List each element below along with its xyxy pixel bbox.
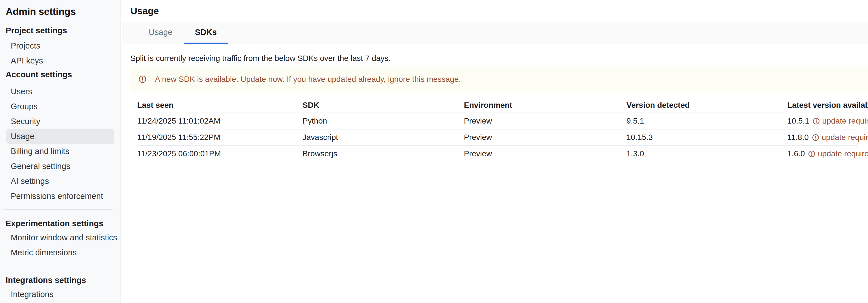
sdk-value: Python — [303, 117, 464, 125]
sidebar-item-users[interactable]: Users — [6, 84, 114, 99]
table-header-row: Last seen SDK Environment Version detect… — [137, 98, 858, 113]
alert-circle-icon — [138, 75, 147, 83]
version-detected-value: 1.3.0 — [626, 149, 787, 158]
sidebar-item-security[interactable]: Security — [6, 114, 114, 129]
update-required-label: update required — [822, 133, 868, 142]
sidebar-item-integrations[interactable]: Integrations — [6, 287, 114, 302]
section-integrations-settings: Integrations settings — [6, 275, 115, 285]
sdk-table: Last seen SDK Environment Version detect… — [137, 98, 858, 162]
sdk-value: Javascript — [303, 133, 464, 142]
section-experimentation-settings: Experimentation settings — [6, 218, 115, 229]
latest-version-value: 11.8.0 — [787, 133, 809, 142]
sidebar-title: Admin settings — [6, 5, 115, 18]
sidebar-item-general-settings[interactable]: General settings — [6, 159, 114, 174]
latest-version-value: 1.6.0 — [787, 149, 805, 158]
table-row: 11/19/2025 11:55:22PM Javascript Preview… — [137, 129, 858, 146]
column-header-latest-version-available: Latest version available — [787, 101, 868, 110]
latest-version-cell: 1.6.0 update required — [787, 149, 868, 158]
sidebar-divider — [3, 267, 113, 267]
section-account-settings: Account settings — [6, 69, 115, 80]
alert-circle-icon — [808, 150, 815, 157]
table-row: 11/23/2025 06:00:01PM Browserjs Preview … — [137, 146, 858, 162]
environment-value: Preview — [464, 149, 626, 158]
update-required-label: update required — [818, 149, 868, 158]
sidebar: Admin settings Project settings Projects… — [0, 0, 121, 303]
column-header-version-detected: Version detected — [626, 101, 787, 110]
latest-version-value: 10.5.1 — [787, 117, 809, 125]
alert-circle-icon — [812, 134, 819, 141]
table-row: 11/24/2025 11:01:02AM Python Preview 9.5… — [137, 113, 858, 129]
sidebar-item-usage[interactable]: Usage — [6, 129, 114, 144]
update-required-badge: update required — [808, 149, 868, 158]
latest-version-cell: 11.8.0 update required — [787, 133, 868, 142]
update-required-label: update required — [822, 117, 868, 125]
sidebar-item-permissions-enforcement[interactable]: Permissions enforcement — [6, 189, 114, 204]
sidebar-item-monitor-window-and-statistics[interactable]: Monitor window and statistics — [6, 230, 114, 245]
sidebar-item-ai-settings[interactable]: AI settings — [6, 174, 114, 189]
column-header-last-seen: Last seen — [137, 101, 303, 110]
page-header: Usage — [122, 0, 868, 22]
sidebar-item-groups[interactable]: Groups — [6, 99, 114, 114]
last-seen-value: 11/19/2025 11:55:22PM — [137, 133, 303, 142]
tab-sdks[interactable]: SDKs — [184, 22, 228, 44]
update-required-badge: update required — [813, 117, 868, 125]
section-project-settings: Project settings — [6, 25, 115, 35]
update-required-badge: update required — [812, 133, 868, 142]
sdk-value: Browserjs — [303, 149, 464, 158]
tab-usage[interactable]: Usage — [137, 22, 184, 44]
main-content: Usage Usage SDKs Split is currently rece… — [122, 0, 868, 303]
environment-value: Preview — [464, 133, 626, 142]
sidebar-item-metric-dimensions[interactable]: Metric dimensions — [6, 245, 114, 260]
sdk-traffic-description: Split is currently receiving traffic fro… — [130, 54, 868, 63]
latest-version-cell: 10.5.1 update required — [787, 117, 868, 125]
last-seen-value: 11/23/2025 06:00:01PM — [137, 149, 303, 158]
tab-bar: Usage SDKs — [122, 22, 868, 44]
sidebar-item-api-keys[interactable]: API keys — [6, 53, 114, 68]
last-seen-value: 11/24/2025 11:01:02AM — [137, 117, 303, 125]
sidebar-item-billing-and-limits[interactable]: Billing and limits — [6, 144, 114, 159]
version-detected-value: 9.5.1 — [626, 117, 787, 125]
version-detected-value: 10.15.3 — [626, 133, 787, 142]
alert-circle-icon — [813, 118, 820, 125]
column-header-sdk: SDK — [303, 101, 464, 110]
sdk-update-alert: A new SDK is available. Update now. If y… — [130, 67, 868, 92]
alert-message: A new SDK is available. Update now. If y… — [155, 75, 461, 84]
page-title: Usage — [130, 5, 159, 17]
admin-settings-page: Admin settings Project settings Projects… — [0, 0, 868, 303]
sidebar-item-projects[interactable]: Projects — [6, 38, 114, 53]
column-header-environment: Environment — [464, 101, 626, 110]
environment-value: Preview — [464, 117, 626, 125]
sidebar-divider — [3, 209, 113, 210]
